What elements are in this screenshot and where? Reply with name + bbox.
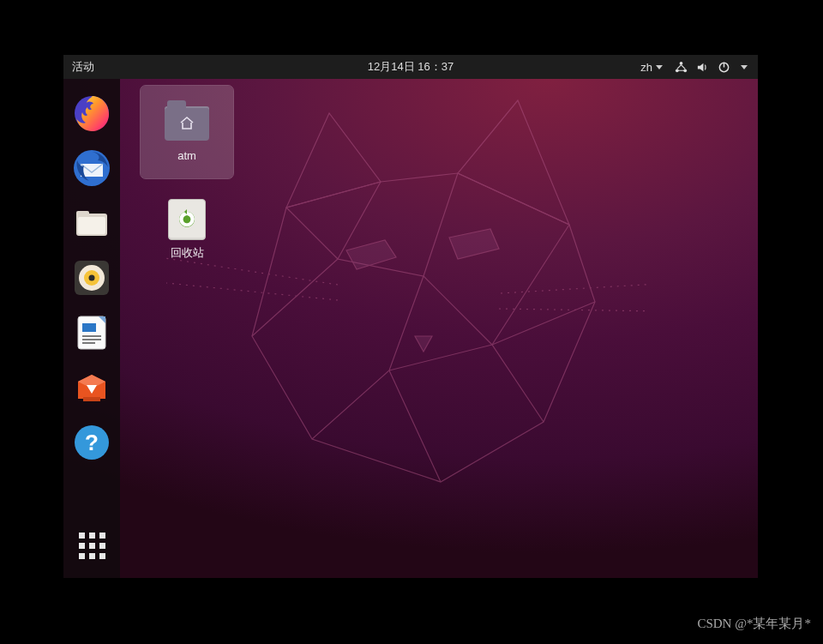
svg-rect-13 (78, 316, 105, 349)
files-icon (72, 203, 111, 243)
dock: ? (63, 79, 120, 578)
svg-rect-15 (82, 335, 101, 337)
trash-icon (163, 199, 211, 240)
dock-item-firefox[interactable] (69, 91, 114, 135)
chevron-down-icon (741, 65, 748, 69)
gnome-top-bar: 活动 12月14日 16：37 zh (63, 55, 758, 79)
dock-item-thunderbird[interactable] (69, 146, 114, 190)
chevron-down-icon (656, 65, 663, 69)
dock-item-libreoffice-writer[interactable] (69, 310, 114, 355)
help-icon: ? (72, 423, 111, 462)
virtual-machine-window: 活动 12月14日 16：37 zh (63, 55, 758, 578)
desktop-area[interactable]: ? atm (63, 79, 758, 578)
desktop-trash[interactable]: 回收站 (141, 184, 233, 276)
activities-button[interactable]: 活动 (63, 59, 103, 75)
software-icon (72, 368, 111, 407)
svg-rect-17 (82, 342, 95, 344)
desktop-icon-label: 回收站 (171, 245, 204, 261)
watermark-text: CSDN @*某年某月* (697, 616, 811, 632)
svg-rect-18 (83, 397, 100, 401)
dock-item-files[interactable] (69, 201, 114, 245)
svg-point-0 (680, 61, 683, 64)
volume-icon (696, 61, 709, 74)
rhythmbox-icon (72, 258, 111, 298)
thunderbird-icon (72, 148, 111, 188)
svg-rect-8 (78, 217, 105, 234)
firefox-icon (72, 93, 111, 133)
svg-rect-16 (82, 339, 101, 340)
desktop-icon-label: atm (177, 149, 196, 162)
svg-point-21 (183, 216, 190, 223)
svg-rect-14 (82, 323, 96, 332)
writer-icon (72, 313, 111, 352)
dock-item-help[interactable]: ? (69, 420, 114, 465)
desktop-icons-area: atm 回收站 (141, 86, 233, 276)
svg-point-12 (89, 275, 95, 281)
svg-text:?: ? (85, 430, 99, 455)
svg-rect-7 (76, 211, 89, 217)
input-method-indicator[interactable]: zh (640, 61, 663, 74)
dock-item-rhythmbox[interactable] (69, 256, 114, 300)
clock[interactable]: 12月14日 16：37 (368, 60, 454, 73)
dock-item-software[interactable] (69, 365, 114, 410)
show-applications-button[interactable] (69, 523, 114, 568)
power-icon (718, 61, 730, 74)
network-icon (675, 61, 688, 74)
ime-label: zh (640, 61, 652, 74)
system-status-area[interactable] (675, 61, 748, 74)
desktop-folder-atm[interactable]: atm (141, 86, 233, 178)
folder-icon (163, 103, 211, 144)
